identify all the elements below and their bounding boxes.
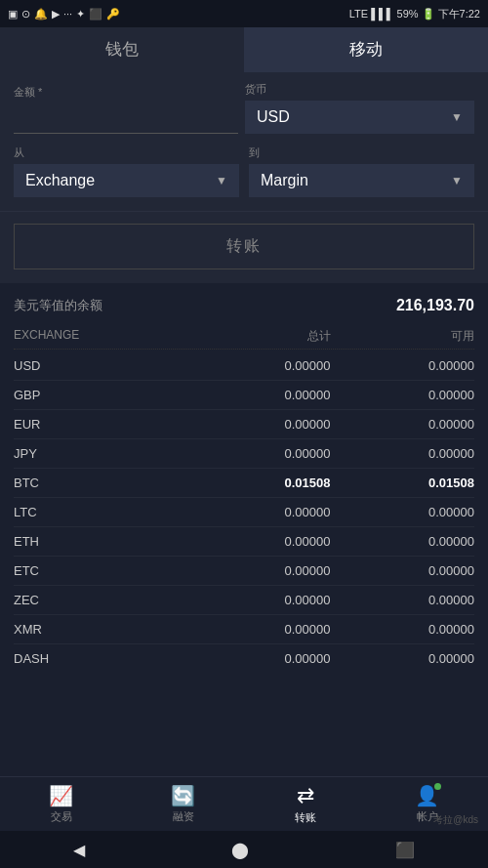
cell-asset-name: ZEC [14, 593, 186, 607]
currency-col: 货币 USD ▼ [245, 82, 474, 134]
table-row: ZEC0.000000.00000 [14, 586, 474, 615]
form-area: 金额 * 货币 USD ▼ 从 Exchange ▼ 到 Margin ▼ [0, 72, 488, 211]
transfer-btn-wrap: 转账 [0, 211, 488, 283]
cell-asset-name: USD [14, 358, 186, 373]
cell-total: 0.00000 [186, 417, 331, 432]
cell-avail: 0.00000 [331, 563, 475, 578]
amount-field-wrap: 金额 * [14, 85, 238, 134]
table-row: LTC0.000000.00000 [14, 498, 474, 527]
cell-avail: 0.00000 [331, 388, 475, 402]
table-header: EXCHANGE 总计 可用 [14, 324, 474, 350]
section-exchange-label: EXCHANGE [14, 328, 186, 345]
cell-avail: 0.00000 [331, 446, 475, 461]
cell-asset-name: XMR [14, 622, 186, 637]
cell-total: 0.00000 [186, 505, 331, 519]
nav-item-funding[interactable]: 🔄 融资 [122, 784, 244, 824]
funding-label: 融资 [173, 809, 194, 824]
cell-asset-name: LTC [14, 505, 186, 519]
nav-item-transfer[interactable]: ⇄ 转账 [244, 783, 366, 825]
battery-pct: 59% [397, 8, 419, 20]
status-bar: ▣ ⊙ 🔔 ▶ ··· ✦ ⬛ 🔑 LTE ▌▌▌ 59% 🔋 下午7:22 [0, 0, 488, 27]
currency-arrow-icon: ▼ [451, 110, 463, 124]
cell-avail: 0.00000 [331, 534, 475, 549]
cell-avail: 0.01508 [331, 475, 475, 490]
icon-bell: 🔔 [34, 8, 48, 21]
battery-icon: 🔋 [422, 8, 435, 21]
to-arrow-icon: ▼ [451, 174, 463, 187]
cell-asset-name: DASH [14, 651, 186, 664]
currency-value: USD [257, 108, 290, 126]
table-row: JPY0.000000.00000 [14, 439, 474, 469]
from-value: Exchange [25, 172, 95, 189]
col-total-header: 总计 [186, 328, 331, 345]
bottom-nav: 📈 交易 🔄 融资 ⇄ 转账 👤 帐户 [0, 776, 488, 831]
cell-asset-name: JPY [14, 446, 186, 461]
from-arrow-icon: ▼ [216, 174, 227, 187]
to-label: 到 [249, 145, 474, 160]
account-icon-wrap: 👤 [415, 784, 439, 807]
table-row: ETC0.000000.00000 [14, 557, 474, 586]
icon-key: 🔑 [106, 8, 120, 21]
cell-asset-name: EUR [14, 417, 186, 432]
time: 下午7:22 [438, 7, 480, 21]
icon-play: ▶ [52, 8, 60, 21]
icon-menu: ▣ [8, 8, 18, 21]
amount-input[interactable] [14, 103, 238, 134]
cell-total: 0.00000 [186, 622, 331, 637]
from-col: 从 Exchange ▼ [14, 145, 239, 197]
table-row: XMR0.000000.00000 [14, 615, 474, 644]
back-button[interactable]: ◀ [73, 841, 85, 859]
currency-dropdown[interactable]: USD ▼ [245, 101, 474, 134]
cell-total: 0.00000 [186, 446, 331, 461]
from-to-row: 从 Exchange ▼ 到 Margin ▼ [14, 145, 474, 197]
icon-dots: ··· [63, 8, 72, 20]
cell-avail: 0.00000 [331, 417, 475, 432]
transfer-button[interactable]: 转账 [14, 224, 474, 269]
table-row: GBP0.000000.00000 [14, 381, 474, 410]
cell-asset-name: ETH [14, 534, 186, 549]
home-button[interactable]: ⬤ [231, 841, 249, 859]
asset-table: EXCHANGE 总计 可用 USD0.000000.00000GBP0.000… [14, 324, 474, 664]
cell-avail: 0.00000 [331, 593, 475, 607]
status-left-icons: ▣ ⊙ 🔔 ▶ ··· ✦ ⬛ 🔑 [8, 8, 120, 21]
to-value: Margin [261, 172, 308, 189]
signal-bars: ▌▌▌ [371, 8, 393, 20]
table-row: BTC0.015080.01508 [14, 469, 474, 498]
asset-scroll-area[interactable]: USD0.000000.00000GBP0.000000.00000EUR0.0… [14, 351, 474, 664]
cell-asset-name: ETC [14, 563, 186, 578]
cell-total: 0.00000 [186, 358, 331, 373]
trade-label: 交易 [51, 809, 72, 824]
cell-avail: 0.00000 [331, 622, 475, 637]
amount-label: 金额 * [14, 85, 238, 100]
icon-nfc: ⬛ [89, 8, 102, 21]
nav-item-trade[interactable]: 📈 交易 [0, 784, 122, 824]
account-online-dot [434, 783, 441, 790]
from-dropdown[interactable]: Exchange ▼ [14, 164, 239, 197]
cell-asset-name: GBP [14, 388, 186, 402]
funding-icon: 🔄 [171, 784, 195, 807]
currency-label: 货币 [245, 82, 474, 97]
table-row: EUR0.000000.00000 [14, 410, 474, 439]
table-row: USD0.000000.00000 [14, 351, 474, 381]
recents-button[interactable]: ⬛ [395, 841, 415, 859]
tab-wallet[interactable]: 钱包 [0, 27, 244, 72]
cell-total: 0.00000 [186, 534, 331, 549]
top-tabs: 钱包 移动 [0, 27, 488, 72]
cell-avail: 0.00000 [331, 505, 475, 519]
balance-value: 216,193.70 [396, 297, 474, 314]
from-label: 从 [14, 145, 239, 160]
phone-nav-bar: ◀ ⬤ ⬛ [0, 831, 488, 868]
cell-total: 0.01508 [186, 475, 331, 490]
cell-avail: 0.00000 [331, 358, 475, 373]
transfer-label: 转账 [295, 810, 316, 825]
status-right: LTE ▌▌▌ 59% 🔋 下午7:22 [349, 7, 480, 21]
to-dropdown[interactable]: Margin ▼ [249, 164, 474, 197]
icon-bluetooth: ✦ [76, 8, 85, 21]
cell-total: 0.00000 [186, 593, 331, 607]
balance-label: 美元等值的余额 [14, 297, 102, 314]
tab-mobile[interactable]: 移动 [244, 27, 488, 72]
cell-total: 0.00000 [186, 563, 331, 578]
cell-avail: 0.00000 [331, 651, 475, 664]
trade-icon: 📈 [49, 784, 73, 807]
cell-total: 0.00000 [186, 651, 331, 664]
